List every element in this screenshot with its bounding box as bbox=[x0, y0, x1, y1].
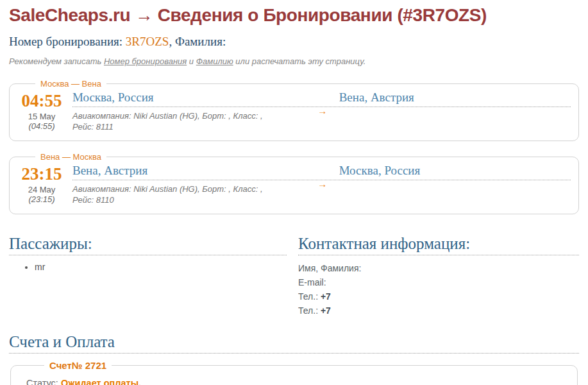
payments-title: Счета и Оплата bbox=[9, 333, 579, 354]
departure-date: 24 May bbox=[17, 185, 66, 194]
booking-code: 3R7OZS bbox=[126, 35, 169, 48]
booking-details-page: SaleCheaps.ru → Сведения о Бронировании … bbox=[0, 5, 588, 385]
flight-details-number: Рейс: 8110 bbox=[72, 195, 571, 206]
note-surname-underlined: Фамилию bbox=[196, 56, 233, 66]
flight-details-number: Рейс: 8111 bbox=[72, 122, 571, 133]
passenger-item: mr bbox=[35, 262, 287, 272]
contact-section: Контактная информация: Имя, Фамилия: E-m… bbox=[298, 235, 579, 318]
contact-phone-line-1: Тел.: +7 bbox=[298, 289, 579, 304]
contact-email-line: E-mail: bbox=[298, 275, 579, 289]
surname-label: , Фамилия: bbox=[169, 35, 226, 48]
passenger-list: mr bbox=[9, 262, 287, 272]
payments-section: Счета и Оплата Счет№ 2721 Статус: Ожидае… bbox=[9, 333, 579, 385]
flight-card-return: Вена — Москва 23:15 24 May (23:15) Вена,… bbox=[9, 152, 579, 214]
booking-number-line: Номер бронирования: 3R7OZS, Фамилия: bbox=[9, 35, 579, 49]
departure-time: 04:55 bbox=[17, 92, 66, 110]
arrow-right-icon: → bbox=[317, 179, 327, 189]
note-booking-number-underlined: Номер бронирования bbox=[104, 56, 187, 66]
cities-row: Вена, Австрия Москва, Россия bbox=[72, 164, 571, 180]
invoice-status-line: Статус: Ожидает оплаты. bbox=[26, 378, 569, 385]
note-text: Рекомендуем записать bbox=[9, 56, 104, 66]
status-value: Ожидает оплаты. bbox=[61, 378, 141, 385]
booking-number-label: Номер бронирования: bbox=[9, 35, 122, 48]
route-label: Вена — Москва bbox=[35, 152, 106, 162]
arrow-right-icon: → bbox=[317, 106, 327, 116]
departure-date: 15 May bbox=[17, 112, 66, 121]
note-text: или распечатать эту страницу. bbox=[233, 56, 366, 66]
departure-time: 23:15 bbox=[17, 165, 66, 183]
phone-label: Тел.: bbox=[298, 305, 321, 316]
contact-name-line: Имя, Фамилия: bbox=[298, 261, 579, 275]
arrival-city: Вена, Австрия bbox=[339, 90, 414, 105]
departure-city: Вена, Австрия bbox=[72, 164, 339, 178]
invoice-card: Счет№ 2721 Статус: Ожидает оплаты. bbox=[10, 360, 578, 385]
note-text: и bbox=[187, 56, 196, 66]
passengers-section: Пассажиры: mr bbox=[9, 235, 287, 318]
page-title: SaleCheaps.ru → Сведения о Бронировании … bbox=[9, 5, 579, 26]
phone-label: Тел.: bbox=[298, 291, 321, 302]
departure-city: Москва, Россия bbox=[72, 90, 339, 105]
recommendation-note: Рекомендуем записать Номер бронирования … bbox=[9, 56, 579, 66]
arrival-city: Москва, Россия bbox=[339, 164, 421, 178]
flight-card-outbound: Москва — Вена 04:55 15 May (04:55) Москв… bbox=[9, 79, 579, 141]
departure-local-time: (04:55) bbox=[17, 121, 66, 131]
phone-value: +7 bbox=[321, 291, 331, 302]
departure-time-block: 04:55 15 May (04:55) bbox=[17, 90, 66, 133]
phone-value: +7 bbox=[321, 305, 331, 316]
status-label: Статус: bbox=[26, 378, 61, 385]
passengers-title: Пассажиры: bbox=[9, 235, 287, 255]
departure-time-block: 23:15 24 May (23:15) bbox=[17, 164, 66, 206]
route-label: Москва — Вена bbox=[35, 79, 106, 89]
invoice-number: Счет№ 2721 bbox=[44, 360, 112, 371]
contact-phone-line-2: Тел.: +7 bbox=[298, 304, 579, 318]
departure-local-time: (23:15) bbox=[17, 194, 66, 204]
contact-title: Контактная информация: bbox=[298, 235, 579, 255]
